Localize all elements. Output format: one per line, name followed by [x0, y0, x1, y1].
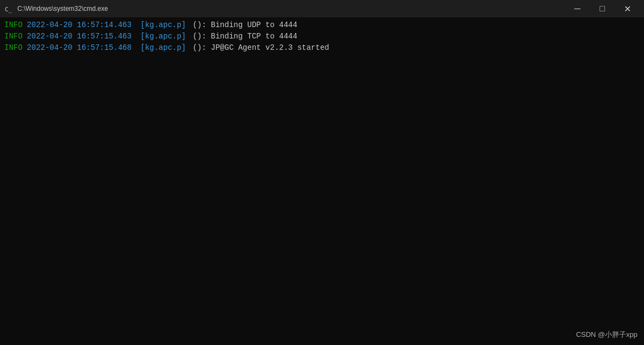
log-level: INFO [4, 42, 23, 54]
minimize-button[interactable]: ─ [565, 0, 590, 17]
window-controls: ─ □ ✕ [565, 0, 640, 17]
window-title: C:\Windows\system32\cmd.exe [17, 5, 565, 12]
cmd-icon: C_ [4, 4, 13, 13]
log-timestamp: 2022-04-20 16:57:15.468 [27, 42, 132, 54]
log-source: [kg.apc.p] [136, 31, 186, 42]
watermark: CSDN @小胖子xpp [576, 330, 638, 340]
console-line: INFO2022-04-20 16:57:15.468 [kg.apc.p] (… [4, 42, 640, 54]
title-bar: C_ C:\Windows\system32\cmd.exe ─ □ ✕ [0, 0, 644, 17]
log-source: [kg.apc.p] [136, 42, 186, 54]
log-timestamp: 2022-04-20 16:57:15.463 [27, 31, 132, 42]
log-message: (): JP@GC Agent v2.2.3 started [188, 42, 329, 54]
log-level: INFO [4, 19, 23, 31]
log-timestamp: 2022-04-20 16:57:14.463 [27, 19, 132, 31]
svg-text:C_: C_ [5, 6, 12, 13]
log-source: [kg.apc.p] [136, 19, 186, 31]
console-output: INFO2022-04-20 16:57:14.463 [kg.apc.p] (… [4, 19, 640, 54]
log-level: INFO [4, 31, 23, 42]
console-line: INFO2022-04-20 16:57:14.463 [kg.apc.p] (… [4, 19, 640, 31]
close-button[interactable]: ✕ [615, 0, 640, 17]
log-message: (): Binding UDP to 4444 [188, 19, 297, 31]
log-message: (): Binding TCP to 4444 [188, 31, 297, 42]
maximize-button[interactable]: □ [590, 0, 615, 17]
console-body: INFO2022-04-20 16:57:14.463 [kg.apc.p] (… [0, 17, 644, 345]
console-line: INFO2022-04-20 16:57:15.463 [kg.apc.p] (… [4, 31, 640, 42]
